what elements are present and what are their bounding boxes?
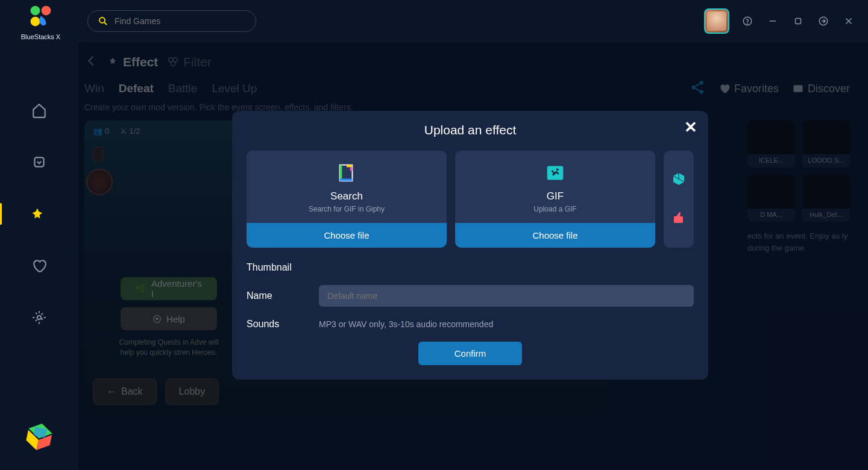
sounds-label: Sounds xyxy=(247,319,319,330)
search-icon xyxy=(98,16,108,27)
svg-point-3 xyxy=(99,17,105,23)
svg-rect-26 xyxy=(340,165,342,181)
svg-rect-12 xyxy=(34,157,43,166)
sidebar-home[interactable] xyxy=(31,102,47,118)
sidebar-effects[interactable] xyxy=(31,206,47,222)
gif-icon xyxy=(544,161,567,184)
svg-point-32 xyxy=(556,168,559,171)
logo-icon xyxy=(27,2,54,30)
name-input[interactable] xyxy=(319,285,694,307)
thumbnail-label: Thumbnail xyxy=(247,262,319,273)
cube-icon[interactable] xyxy=(671,172,686,189)
modal-title: Upload an effect xyxy=(247,123,694,137)
svg-rect-29 xyxy=(347,165,353,168)
svg-rect-30 xyxy=(350,168,353,171)
close-button[interactable] xyxy=(841,14,856,28)
svg-point-2 xyxy=(31,16,40,26)
svg-point-13 xyxy=(37,316,42,320)
upload-effect-modal: ✕ Upload an effect Search Search for GIF… xyxy=(232,111,708,380)
upload-gif-card: GIF Upload a GIF Choose file xyxy=(455,151,655,248)
help-button[interactable] xyxy=(740,14,755,28)
sidebar-favorites[interactable] xyxy=(31,258,47,274)
name-label: Name xyxy=(247,290,319,301)
bluestacks-icon[interactable] xyxy=(21,419,57,454)
gif-subtitle: Upload a GIF xyxy=(533,205,576,213)
sidebar xyxy=(0,42,78,470)
sidebar-store[interactable] xyxy=(31,154,47,170)
giphy-icon xyxy=(335,161,358,184)
sidebar-settings[interactable] xyxy=(31,310,47,325)
search-input-wrapper[interactable] xyxy=(87,10,256,32)
avatar[interactable] xyxy=(704,8,729,34)
svg-line-4 xyxy=(104,22,107,25)
minimize-button[interactable] xyxy=(766,14,780,28)
gif-title: GIF xyxy=(547,190,564,202)
app-logo[interactable]: BlueStacks X xyxy=(12,2,69,40)
search-subtitle: Search for GIF in Giphy xyxy=(309,205,385,213)
sounds-hint: MP3 or WAV only, 3s-10s audio recommende… xyxy=(319,319,493,329)
choose-file-search-button[interactable]: Choose file xyxy=(247,223,447,248)
svg-point-6 xyxy=(747,24,748,24)
svg-point-1 xyxy=(42,5,51,15)
svg-rect-27 xyxy=(340,179,353,181)
forward-button[interactable] xyxy=(816,14,831,28)
confirm-button[interactable]: Confirm xyxy=(418,342,523,365)
side-actions xyxy=(664,151,694,248)
maximize-button[interactable] xyxy=(791,14,805,28)
search-input[interactable] xyxy=(115,16,246,26)
search-title: Search xyxy=(330,190,363,202)
search-giphy-card: Search Search for GIF in Giphy Choose fi… xyxy=(247,151,447,248)
choose-file-gif-button[interactable]: Choose file xyxy=(455,223,655,248)
modal-close-button[interactable]: ✕ xyxy=(684,119,697,135)
thumbs-up-icon[interactable] xyxy=(671,210,686,227)
svg-rect-8 xyxy=(796,19,801,24)
logo-text: BlueStacks X xyxy=(21,33,60,40)
svg-point-0 xyxy=(31,5,40,15)
